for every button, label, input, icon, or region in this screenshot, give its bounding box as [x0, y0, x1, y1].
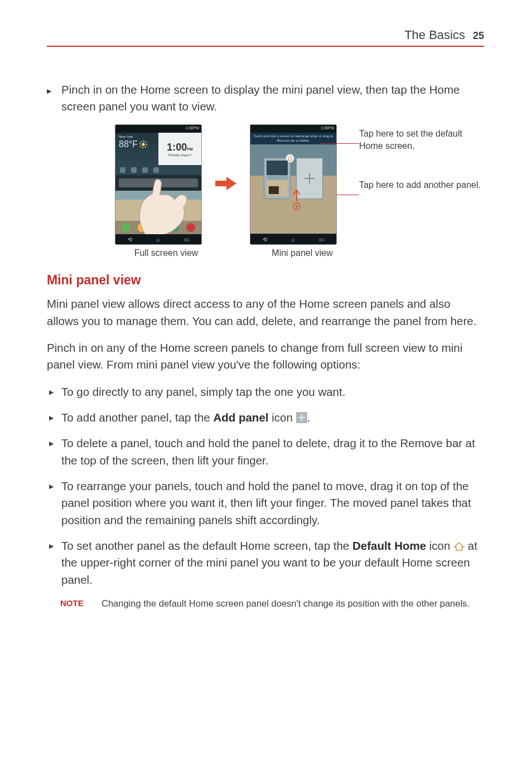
page-content: ▶ Pinch in on the Home screen to display… — [47, 47, 484, 610]
bullet-triangle-icon: ▶ — [49, 413, 54, 422]
note-block: NOTE Changing the default Home screen pa… — [47, 597, 484, 610]
caption-right: Mini panel view — [259, 248, 346, 258]
list-item: ▶To add another panel, tap the Add panel… — [61, 409, 484, 426]
paragraph-2: Pinch in on any of the Home screen panel… — [47, 340, 484, 374]
default-home-label: Default Home — [352, 539, 426, 552]
weather-temp: 88°F — [119, 139, 138, 149]
bullet-triangle-icon: ▶ — [49, 439, 54, 448]
default-home-icon — [453, 539, 465, 549]
clock-suffix: PM — [187, 147, 193, 151]
sun-icon — [140, 141, 147, 148]
list-item: ▶To rearrange your panels, touch and hol… — [61, 478, 484, 529]
recent-icon: ▭ — [319, 236, 324, 243]
add-panel-icon — [296, 412, 307, 423]
intro-bullet: ▶ Pinch in on the Home screen to display… — [47, 81, 484, 114]
mini-panel-area — [250, 144, 336, 234]
svg-point-1 — [296, 205, 298, 207]
weather-city: New York — [119, 135, 156, 138]
status-bar: 1:00PM — [115, 125, 201, 133]
home-nav-icon: ⌂ — [291, 236, 294, 243]
paragraph-1: Mini panel view allows direct access to … — [47, 296, 484, 330]
section-heading: Mini panel view — [47, 273, 484, 288]
status-time: 1:00PM — [186, 126, 199, 130]
bullet-triangle-icon: ▶ — [49, 541, 54, 550]
bullet-list: ▶To go directly to any panel, simply tap… — [47, 384, 484, 588]
nav-bar: ⟲⌂▭ — [250, 234, 336, 244]
bullet-triangle-icon: ▶ — [47, 81, 61, 114]
status-time: 1:00PM — [321, 126, 334, 130]
add-panel-label: Add panel — [213, 411, 268, 424]
annotation-leader-1 — [320, 143, 359, 144]
back-icon: ⟲ — [263, 236, 267, 243]
mini-panel-tip: Touch and hold a screen to rearrange ord… — [250, 133, 336, 144]
touch-arrow-icon — [291, 188, 303, 212]
page-number: 25 — [473, 30, 484, 42]
phone-full-screen: 1:00PM New York 88°F 1:00PM Thursday, Au… — [115, 124, 202, 245]
list-item: ▶To delete a panel, touch and hold the p… — [61, 435, 484, 469]
nav-bar: ⟲⌂▭ — [115, 234, 201, 244]
annotation-2: Tap here to add another panel. — [359, 179, 481, 191]
clock-widget: 1:00PM Thursday, August 7 — [158, 133, 201, 165]
weather-widget: New York 88°F — [115, 133, 158, 165]
caption-left: Full screen view — [123, 248, 210, 258]
note-text: Changing the default Home screen panel d… — [101, 597, 470, 610]
status-bar: 1:00PM — [250, 125, 336, 133]
clock-time: 1:00 — [167, 142, 187, 153]
manual-page: The Basics 25 ▶ Pinch in on the Home scr… — [0, 0, 532, 643]
intro-text: Pinch in on the Home screen to display t… — [61, 81, 484, 114]
figure-wrap: 1:00PM New York 88°F 1:00PM Thursday, Au… — [47, 124, 484, 245]
back-icon: ⟲ — [128, 236, 132, 243]
list-item: ▶To set another panel as the default Hom… — [61, 538, 484, 588]
clock-date: Thursday, August 7 — [168, 153, 192, 157]
bullet-triangle-icon: ▶ — [49, 388, 54, 396]
panel-thumbnail — [264, 158, 291, 199]
page-header: The Basics 25 — [47, 28, 484, 47]
pinch-hand-illustration — [120, 167, 192, 234]
recent-icon: ▭ — [184, 236, 189, 243]
section-title-header: The Basics — [404, 28, 465, 42]
bullet-triangle-icon: ▶ — [49, 482, 54, 491]
annotation-leader-2 — [337, 195, 359, 195]
list-item: ▶To go directly to any panel, simply tap… — [61, 384, 484, 400]
annotation-1: Tap here to set the default Home screen. — [359, 128, 484, 152]
home-nav-icon: ⌂ — [156, 236, 159, 243]
phone-mini-panel: 1:00PM Touch and hold a screen to rearra… — [250, 124, 337, 245]
note-label: NOTE — [60, 597, 90, 610]
arrow-right-icon — [215, 177, 236, 192]
plus-icon — [304, 173, 315, 183]
figure-captions: Full screen view Mini panel view — [123, 248, 484, 258]
